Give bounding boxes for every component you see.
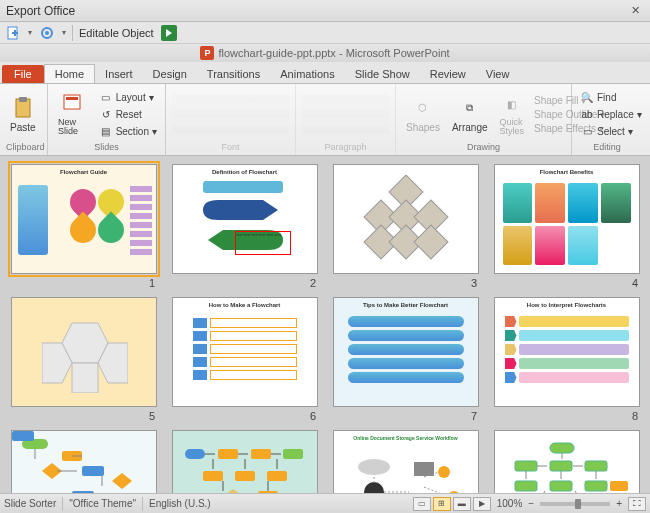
slide-thumb-7[interactable]: Tips to Make Better Flowchart xyxy=(333,297,479,407)
svg-rect-48 xyxy=(515,461,537,471)
tab-animations[interactable]: Animations xyxy=(270,65,344,83)
svg-rect-28 xyxy=(185,449,205,459)
svg-point-43 xyxy=(438,466,450,478)
zoom-out-button[interactable]: − xyxy=(528,498,534,509)
replace-icon: ab xyxy=(580,107,594,121)
group-clipboard: Clipboard xyxy=(6,142,41,153)
slide-thumb-6[interactable]: How to Make a Flowchart xyxy=(172,297,318,407)
fit-window-button[interactable]: ⛶ xyxy=(628,497,646,511)
svg-rect-5 xyxy=(19,97,27,102)
svg-rect-34 xyxy=(267,471,287,481)
svg-rect-33 xyxy=(235,471,255,481)
svg-rect-51 xyxy=(515,481,537,491)
slide-thumb-9[interactable] xyxy=(11,430,157,493)
chevron-down-icon[interactable]: ▾ xyxy=(62,28,66,37)
find-icon: 🔍 xyxy=(580,90,594,104)
view-slideshow-button[interactable]: ▶ xyxy=(473,497,491,511)
tab-view[interactable]: View xyxy=(476,65,520,83)
svg-rect-24 xyxy=(72,491,94,493)
svg-rect-42 xyxy=(414,462,434,476)
filename: flowchart-guide-ppt.pptx xyxy=(218,47,335,59)
view-sorter-button[interactable]: ⊞ xyxy=(433,497,451,511)
select-button[interactable]: ▭Select ▾ xyxy=(578,123,644,139)
svg-rect-29 xyxy=(218,449,238,459)
shapes-icon: ⬡ xyxy=(411,96,435,120)
svg-point-2 xyxy=(45,31,49,35)
svg-rect-36 xyxy=(258,491,278,493)
powerpoint-icon: P xyxy=(200,46,214,60)
reset-button[interactable]: ↺Reset xyxy=(97,106,159,122)
tab-transitions[interactable]: Transitions xyxy=(197,65,270,83)
svg-rect-47 xyxy=(550,443,574,453)
new-slide-button[interactable]: New Slide xyxy=(54,90,93,138)
slide-thumb-4[interactable]: Flowchart Benefits xyxy=(494,164,640,274)
zoom-slider[interactable] xyxy=(540,502,610,506)
section-icon: ▤ xyxy=(99,124,113,138)
svg-rect-50 xyxy=(585,461,607,471)
svg-rect-53 xyxy=(585,481,607,491)
svg-marker-23 xyxy=(112,473,132,489)
slide-thumb-12[interactable] xyxy=(494,430,640,493)
status-lang[interactable]: English (U.S.) xyxy=(149,498,211,509)
svg-point-41 xyxy=(364,482,384,493)
tab-slideshow[interactable]: Slide Show xyxy=(345,65,420,83)
slide-thumb-1[interactable]: Flowchart Guide xyxy=(11,164,157,274)
go-icon[interactable] xyxy=(160,24,178,42)
ribbon-tabs: File Home Insert Design Transitions Anim… xyxy=(0,62,650,84)
svg-rect-49 xyxy=(550,461,572,471)
section-button[interactable]: ▤Section ▾ xyxy=(97,123,159,139)
chevron-down-icon[interactable]: ▾ xyxy=(28,28,32,37)
select-icon: ▭ xyxy=(580,124,594,138)
group-slides: Slides xyxy=(54,142,159,153)
group-editing: Editing xyxy=(578,142,636,153)
layout-button[interactable]: ▭Layout ▾ xyxy=(97,89,159,105)
close-icon[interactable]: ✕ xyxy=(624,3,646,19)
group-paragraph: Paragraph xyxy=(302,142,389,153)
view-reading-button[interactable]: ▬ xyxy=(453,497,471,511)
replace-button[interactable]: abReplace ▾ xyxy=(578,106,644,122)
group-drawing: Drawing xyxy=(402,142,565,153)
new-doc-icon[interactable] xyxy=(4,24,22,42)
paste-icon xyxy=(11,96,35,120)
zoom-level: 100% xyxy=(497,498,523,509)
find-button[interactable]: 🔍Find xyxy=(578,89,644,105)
new-slide-icon xyxy=(61,92,85,116)
tab-file[interactable]: File xyxy=(2,65,44,83)
svg-rect-14 xyxy=(414,225,448,259)
svg-marker-35 xyxy=(223,489,243,493)
export-titlebar: Export Office ✕ xyxy=(0,0,650,22)
arrange-button[interactable]: ⧉Arrange xyxy=(448,94,492,135)
gear-icon[interactable] xyxy=(38,24,56,42)
appname: Microsoft PowerPoint xyxy=(346,47,450,59)
quickstyles-icon: ◧ xyxy=(500,92,524,116)
slide-thumb-2[interactable]: Definition of Flowchart text text text t… xyxy=(172,164,318,274)
quickstyles-button[interactable]: ◧Quick Styles xyxy=(496,90,529,138)
slide-thumb-3[interactable] xyxy=(333,164,479,274)
svg-rect-52 xyxy=(550,481,572,491)
svg-point-40 xyxy=(358,459,390,475)
tab-insert[interactable]: Insert xyxy=(95,65,143,83)
svg-rect-32 xyxy=(203,471,223,481)
paste-button[interactable]: Paste xyxy=(6,94,40,135)
svg-point-44 xyxy=(448,491,460,493)
svg-rect-22 xyxy=(82,466,104,476)
view-normal-button[interactable]: ▭ xyxy=(413,497,431,511)
tab-home[interactable]: Home xyxy=(44,64,95,83)
reset-icon: ↺ xyxy=(99,107,113,121)
quick-toolbar: ▾ ▾ Editable Object xyxy=(0,22,650,44)
layout-icon: ▭ xyxy=(99,90,113,104)
slide-thumb-10[interactable] xyxy=(172,430,318,493)
zoom-in-button[interactable]: + xyxy=(616,498,622,509)
slide-sorter: Flowchart Guide 1 Definition of Flowchar… xyxy=(0,156,650,493)
shapes-button[interactable]: ⬡Shapes xyxy=(402,94,444,135)
slide-thumb-11[interactable]: Online Document Storage Service Workflow xyxy=(333,430,479,493)
app-titlebar: P flowchart-guide-ppt.pptx - Microsoft P… xyxy=(0,44,650,62)
tab-review[interactable]: Review xyxy=(420,65,476,83)
tab-design[interactable]: Design xyxy=(143,65,197,83)
window-title: Export Office xyxy=(6,4,75,18)
status-mode: Slide Sorter xyxy=(4,498,56,509)
arrange-icon: ⧉ xyxy=(458,96,482,120)
slide-thumb-8[interactable]: How to Interpret Flowcharts xyxy=(494,297,640,407)
svg-rect-31 xyxy=(283,449,303,459)
slide-thumb-5[interactable] xyxy=(11,297,157,407)
